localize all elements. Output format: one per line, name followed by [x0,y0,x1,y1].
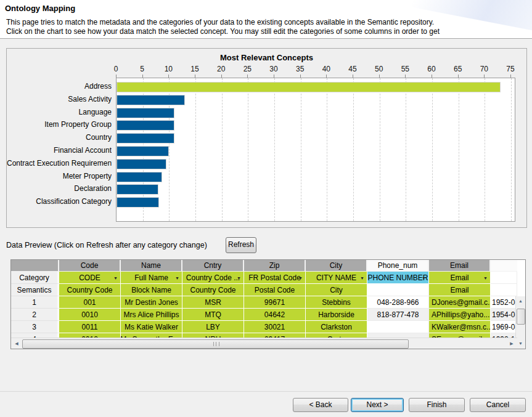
scroll-down-icon[interactable]: ▼ [516,339,525,348]
category-dropdown-code[interactable]: CODE▼ [59,272,121,284]
concept-bar-meter-property[interactable] [117,172,162,182]
horizontal-scrollbar[interactable]: ◀ ▶ [11,338,517,349]
cell-name-row2[interactable]: Mrs Alice Phillips [121,309,182,321]
gridline [459,78,459,221]
dropdown-arrow-icon[interactable]: ▼ [422,275,426,280]
concept-bar-sales-activity[interactable] [117,95,185,105]
wizard-button-bar: < Back Next > Finish Cancel [0,391,532,417]
category-dropdown-name[interactable]: Full Name▼ [121,272,182,284]
cell-extra-row1: 1952-0 [491,296,517,309]
column-header-cntry[interactable]: Cntry [182,260,244,272]
gridline [432,78,433,221]
table-row-1[interactable]: 1001Mr Destin JonesMSR99671Stebbins048-2… [11,296,517,309]
category-dropdown-extra [491,272,517,284]
vertical-scrollbar-thumb[interactable] [517,309,525,325]
concept-bar-declaration[interactable] [117,184,158,195]
cell-email-row3[interactable]: KWalker@msn.c... [429,321,491,333]
back-button[interactable]: < Back [293,398,348,412]
cell-cntry-row2[interactable]: MTQ [182,309,244,321]
chart-plot-area[interactable] [116,78,515,222]
bar-category-label: Contract Execution Requirement [7,157,112,170]
gridline [327,78,327,221]
column-header-code[interactable]: Code [59,260,121,272]
concept-bar-classification-category[interactable] [117,197,159,208]
concept-bar-contract-execution-requirement[interactable] [117,159,166,169]
wizard-header: Ontology Mapping This page tries to matc… [0,0,532,39]
table-row-3[interactable]: 30011Ms Katie WalkerLBY30021ClarkstonKWa… [11,321,517,333]
finish-button[interactable]: Finish [409,398,465,412]
horizontal-scrollbar-thumb[interactable] [22,339,409,349]
concept-bar-financial-account[interactable] [117,146,169,156]
dropdown-arrow-icon[interactable]: ▼ [483,275,488,280]
semantics-cell-email: Email [429,284,491,296]
concept-bar-country[interactable] [117,133,174,144]
scroll-left-icon[interactable]: ◀ [12,339,21,348]
concept-bar-item-property-group[interactable] [117,120,174,131]
x-tick-label: 45 [342,65,363,73]
cell-code-row1[interactable]: 001 [59,296,121,309]
cell-name-row1[interactable]: Mr Destin Jones [121,296,182,309]
cancel-button[interactable]: Cancel [470,398,526,412]
column-header-phone[interactable]: Phone_num [367,260,429,272]
cell-zip-row3[interactable]: 30021 [244,321,306,333]
category-dropdown-cntry[interactable]: Country Code ...▼ [182,272,244,284]
gridline [406,78,406,221]
cell-cntry-row3[interactable]: LBY [182,321,244,333]
x-tick-label: 75 [500,65,521,73]
cell-email-row2[interactable]: APhillips@yaho... [429,309,491,321]
column-header-extra[interactable] [491,260,517,272]
category-dropdown-zip[interactable]: FR Postal Code▼ [244,272,306,284]
x-tick-label: 40 [316,65,337,73]
cell-email-row1[interactable]: DJones@gmail.c... [429,296,491,309]
x-tick-label: 55 [395,65,415,73]
chart-title: Most Relevant Concepts [7,53,526,62]
cell-num-row2: 2 [11,309,59,321]
data-preview-label: Data Preview (Click on Refresh after any… [6,241,207,249]
column-header-num[interactable] [11,260,59,272]
bar-category-label: Address [7,80,112,93]
column-header-email[interactable]: Email [429,260,491,272]
semantics-cell-cntry: Country Code [182,284,244,296]
x-tick-label: 65 [448,65,469,73]
column-header-city[interactable]: City [306,260,367,272]
category-dropdown-phone[interactable]: PHONE NUMBER▼ [367,272,429,284]
cell-city-row2[interactable]: Harborside [306,309,367,321]
x-tick-label: 0 [105,65,126,73]
dropdown-arrow-icon[interactable]: ▼ [237,275,241,280]
dropdown-arrow-icon[interactable]: ▼ [298,275,303,280]
x-tick-label: 60 [421,65,442,73]
dropdown-arrow-icon[interactable]: ▼ [113,275,118,280]
next-button[interactable]: Next > [351,398,404,412]
refresh-button[interactable]: Refresh [226,237,256,253]
cell-city-row3[interactable]: Clarkston [306,321,367,333]
dropdown-arrow-icon[interactable]: ▼ [360,275,364,280]
concepts-chart[interactable]: Most Relevant Concepts 05101520253035404… [6,48,527,228]
cell-zip-row2[interactable]: 04642 [244,309,306,321]
cell-code-row3[interactable]: 0011 [59,321,121,333]
gridline [195,78,196,221]
gridline [353,78,354,221]
dropdown-arrow-icon[interactable]: ▼ [175,275,179,280]
cell-city-row1[interactable]: Stebbins [306,296,367,309]
cell-zip-row1[interactable]: 99671 [244,296,306,309]
cell-phone-row3 [367,321,429,333]
category-dropdown-email[interactable]: Email▼ [429,272,491,284]
x-tick-label: 5 [132,65,153,73]
category-dropdown-city[interactable]: CITY NAME▼ [306,272,367,284]
cell-num-row3: 3 [11,321,59,333]
concept-bar-language[interactable] [117,108,174,118]
scroll-right-icon[interactable]: ▶ [507,339,516,348]
column-header-name[interactable]: Name [121,260,182,272]
cell-code-row2[interactable]: 0010 [59,309,121,321]
scroll-up-icon[interactable]: ▲ [516,296,525,306]
semantics-cell-phone [367,284,429,296]
cell-cntry-row1[interactable]: MSR [182,296,244,309]
table-row-2[interactable]: 20010Mrs Alice PhillipsMTQ04642Harborsid… [11,309,517,321]
bar-category-label: Language [7,106,112,119]
data-preview-table[interactable]: CodeNameCntryZipCityPhone_numEmailCatego… [10,259,526,349]
cell-phone-row2: 818-877-478 [367,309,429,321]
column-header-zip[interactable]: Zip [244,260,306,272]
x-tick-label: 50 [369,65,390,73]
concept-bar-address[interactable] [117,82,501,92]
cell-name-row3[interactable]: Ms Katie Walker [121,321,182,333]
